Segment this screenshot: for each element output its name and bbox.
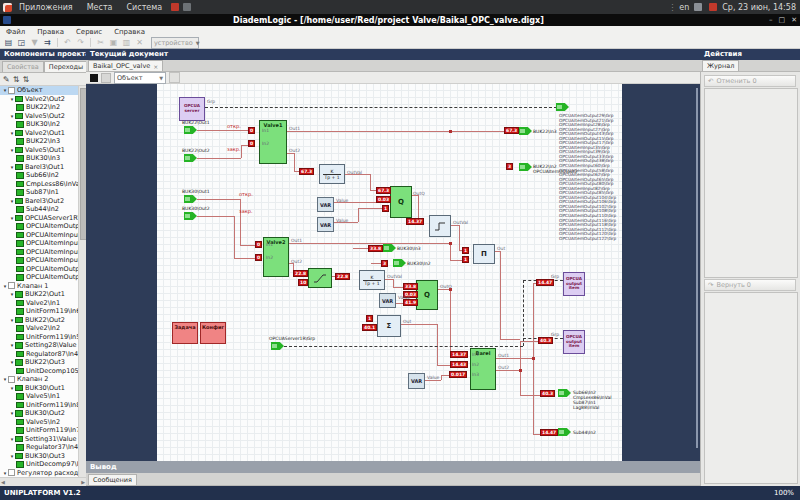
tree-item[interactable]: OPCUAItemOutput104	[0, 273, 78, 282]
block-задача[interactable]: Задача	[172, 322, 198, 344]
tree-item[interactable]: Regulator87\In4	[0, 350, 78, 359]
device-combo[interactable]: устройство▼	[151, 37, 199, 49]
block-var[interactable]: VAR	[317, 197, 334, 212]
tree-item[interactable]: ▾Регулятор расхода	[0, 469, 78, 478]
desktop-menu-0[interactable]: Приложения	[12, 3, 80, 12]
tab-messages[interactable]: Сообщения	[88, 474, 137, 485]
block-relay[interactable]	[429, 215, 451, 237]
connector-arrow-icon[interactable]	[556, 103, 569, 111]
redo-icon[interactable]: ↷	[75, 38, 86, 48]
tab-Переходы[interactable]: Переходы	[44, 61, 88, 72]
tray-alert-icon[interactable]	[709, 3, 717, 11]
tree-item[interactable]: ▾OPCUAServer1R\Grp	[0, 214, 78, 223]
undo-icon[interactable]: ↶	[62, 38, 73, 48]
checkbox-icon[interactable]	[8, 282, 15, 289]
connector-arrow-icon[interactable]	[184, 126, 197, 134]
block-opcua-output-item[interactable]: OPCUA output item	[563, 272, 585, 296]
tree-item[interactable]: Sub87\In1	[0, 188, 78, 197]
tray-icon[interactable]	[694, 3, 702, 11]
block-конфиг[interactable]: Конфиг	[200, 322, 226, 344]
checkbox-icon[interactable]	[8, 469, 15, 476]
block-var[interactable]: VAR	[317, 217, 334, 232]
tree-item[interactable]: BUK22\In3	[0, 137, 78, 146]
tree-item[interactable]: Valve2\In1	[0, 299, 78, 308]
tree-item[interactable]: Sub66\In2	[0, 171, 78, 180]
tree-item[interactable]: OPCUAItemInput82	[0, 256, 78, 265]
tree-item[interactable]: OPCUAItemInput35	[0, 239, 78, 248]
tree-item[interactable]: ▾Valve5\Out2	[0, 112, 78, 121]
tree-item[interactable]: UnitForm119\In8	[0, 401, 78, 410]
connector-arrow-icon[interactable]	[383, 244, 396, 252]
tree-item[interactable]: ▾Valve2\Out2	[0, 95, 78, 104]
tree-item[interactable]: Valve2\In2	[0, 324, 78, 333]
keyboard-layout[interactable]: en	[679, 3, 689, 12]
tree-item[interactable]: OPCUAItemInput28	[0, 231, 78, 240]
tab-close-icon[interactable]: ×	[153, 63, 158, 70]
delete-icon[interactable]: ✕	[134, 38, 145, 48]
undo-history-list[interactable]	[704, 88, 798, 278]
close-button[interactable]: ✕	[788, 16, 800, 24]
copy-icon[interactable]: ▣	[108, 38, 119, 48]
connector-arrow-icon[interactable]	[184, 195, 197, 203]
block-σ[interactable]: Σ	[377, 315, 401, 337]
edit-icon[interactable]: ✎	[3, 75, 10, 84]
minimize-button[interactable]: –	[766, 16, 776, 24]
desktop-menu-2[interactable]: Система	[119, 3, 169, 12]
save-icon[interactable]: ▼	[29, 38, 40, 48]
block-transfer-fn[interactable]: KTp + 1	[319, 164, 345, 184]
tab-Свойства[interactable]: Свойства	[2, 61, 44, 72]
connector-arrow-icon[interactable]	[393, 259, 406, 267]
tree-item[interactable]: ▾BUK30\Out3	[0, 452, 78, 461]
tree-item[interactable]: OPCUAItemOutput85	[0, 265, 78, 274]
connector-arrow-icon[interactable]	[558, 428, 571, 436]
tree-item[interactable]: ▾Клапан 1	[0, 282, 78, 291]
desktop-menu-1[interactable]: Места	[80, 3, 120, 12]
connector-arrow-icon[interactable]	[184, 212, 197, 220]
cut-icon[interactable]: ✂	[95, 38, 106, 48]
tree-item[interactable]: ▾Клапан 2	[0, 375, 78, 384]
menu-3[interactable]: Справка	[108, 28, 151, 36]
canvas-scroll-thumb[interactable]	[696, 88, 698, 448]
tree-item[interactable]: ▾Barel3\Out1	[0, 163, 78, 172]
tree-item[interactable]: Valve5\In1	[0, 392, 78, 401]
block-limiter[interactable]	[308, 268, 332, 288]
open-file-icon[interactable]: ◲	[16, 38, 27, 48]
tree-item[interactable]: UnitDecomp97\In4	[0, 460, 78, 469]
tree-item[interactable]: ▾Barel3\Out2	[0, 197, 78, 206]
tree-item[interactable]: OPCUAItemInput60	[0, 248, 78, 257]
window-titlebar[interactable]: DiademLogic - [/home/user/Red/project Va…	[0, 14, 800, 26]
redo-history-list[interactable]	[704, 292, 798, 484]
tree-item[interactable]: Valve5\In2	[0, 418, 78, 427]
deploy-icon[interactable]: ⇉	[42, 38, 53, 48]
checkbox-icon[interactable]	[8, 376, 15, 383]
tree-item[interactable]: ▾Valve2\Out1	[0, 129, 78, 138]
checkbox-icon[interactable]	[8, 87, 15, 94]
diagram-page[interactable]: OPCUA serverValve1KTp + 1VARVARValve2KTp…	[157, 84, 622, 461]
block-q[interactable]: Q	[416, 280, 438, 310]
tree-item[interactable]: BUK30\In2	[0, 120, 78, 129]
tree-item[interactable]: BUK22\In2	[0, 103, 78, 112]
menu-1[interactable]: Правка	[31, 28, 70, 36]
block-q[interactable]: Q	[390, 186, 412, 218]
menu-0[interactable]: Файл	[0, 28, 31, 36]
paste-icon[interactable]: ▥	[121, 38, 132, 48]
maximize-button[interactable]: □	[776, 16, 789, 24]
object-combo[interactable]: Объект ▼	[114, 72, 166, 84]
block-opcua-output-item[interactable]: OPCUA output item	[563, 330, 585, 354]
connector-arrow-icon[interactable]	[558, 389, 571, 397]
extra-tool-button[interactable]	[169, 72, 180, 83]
block-var[interactable]: VAR	[379, 293, 396, 308]
tree-item[interactable]: Regulator37\In4	[0, 443, 78, 452]
block-π[interactable]: Π	[473, 244, 495, 264]
block-opcua-server[interactable]: OPCUA server	[179, 97, 205, 121]
tree-item[interactable]: UnitForm119\In6	[0, 307, 78, 316]
applications-menu-icon[interactable]	[3, 3, 12, 12]
tree-item[interactable]: ▾BUK22\Out3	[0, 358, 78, 367]
tree-item[interactable]: ▾BUK22\Out1	[0, 290, 78, 299]
redo-button[interactable]: ↷ Вернуть 0	[704, 279, 796, 291]
undo-button[interactable]: ↶ Отменить 0	[704, 75, 796, 87]
tab-journal[interactable]: Журнал	[702, 60, 739, 71]
tree-item[interactable]: Sub44\In2	[0, 205, 78, 214]
tree-item[interactable]: OPCUAItemOutput21	[0, 222, 78, 231]
grid-icon[interactable]	[101, 73, 111, 83]
